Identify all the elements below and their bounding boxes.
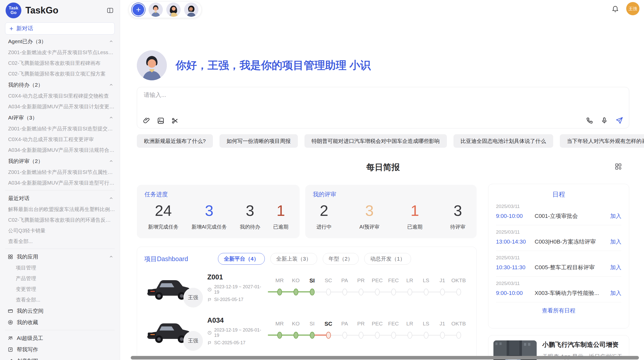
chat-input[interactable] bbox=[143, 91, 623, 99]
project-row[interactable]: 王强 A034 2023-12-19 ~ 2026-01-19 SC-2025-… bbox=[144, 311, 469, 351]
sidebar-item-help-me-write[interactable]: 帮我写作 bbox=[0, 344, 120, 355]
milestone-label: LS bbox=[418, 277, 434, 284]
milestone-label: FEC bbox=[385, 277, 402, 284]
recent-chat-item[interactable]: 解释最新出台的欧盟报废车法规再生塑料比例被调至15%... bbox=[0, 204, 120, 215]
member-avatar[interactable] bbox=[166, 3, 181, 17]
suggestion-chip[interactable]: 欧洲新规最近颁布了什么? bbox=[137, 134, 213, 148]
join-button[interactable]: 加入 bbox=[610, 212, 621, 220]
sidebar-item-ai-super-staff[interactable]: AI超级员工 bbox=[0, 332, 120, 344]
app-view-all[interactable]: 查看全部... bbox=[0, 294, 120, 305]
section-my-review[interactable]: 我的评审（2） bbox=[0, 155, 120, 167]
app-item[interactable]: 变更管理 bbox=[0, 284, 120, 294]
milestone-dot bbox=[440, 289, 445, 295]
project-owner-badge: 王强 bbox=[183, 288, 203, 307]
suggestion-chip[interactable]: 特朗普可能对进口汽车增税会对中国车企造成哪些影响 bbox=[304, 134, 447, 148]
cloud-icon bbox=[8, 308, 13, 314]
layout-grid-icon[interactable] bbox=[614, 163, 622, 170]
view-all-schedule-link[interactable]: 查看所有日程 bbox=[496, 307, 621, 314]
dashboard-header: 项目Dashboard 全新平台（4） 全新上装（3） 年型（2） 动总开发（1… bbox=[144, 253, 469, 265]
milestone-dot bbox=[375, 332, 380, 339]
recent-chat-view-all[interactable]: 查看全部... bbox=[0, 236, 120, 247]
join-button[interactable]: 加入 bbox=[610, 264, 621, 271]
sidebar-item-favorites[interactable]: 我的收藏 bbox=[0, 317, 120, 328]
stat-value: 1 bbox=[411, 202, 419, 219]
scissors-icon[interactable] bbox=[171, 117, 179, 125]
sidebar-item[interactable]: Z001-全新燃油轻卡产品开发项目SI节点属性5D文件评审 bbox=[0, 167, 120, 177]
section-title: Agent已办（3） bbox=[8, 38, 47, 45]
project-row[interactable]: 王强 Z001 2023-12-19 ~ 2027-01-19 SI-2025-… bbox=[144, 268, 469, 308]
paperclip-icon[interactable] bbox=[143, 117, 150, 125]
milestone-dot bbox=[375, 289, 380, 295]
sidebar-item[interactable]: Z001-全新燃油轻卡产品开发项目SI造型提交物评审 bbox=[0, 123, 120, 134]
sidebar-item[interactable]: Z001-全新燃油皮卡产品开发项目SI节点Lesson Learn报告 bbox=[0, 47, 120, 58]
project-image: 王强 bbox=[144, 318, 193, 344]
filter-chip[interactable]: 年型（2） bbox=[323, 253, 359, 265]
send-icon[interactable] bbox=[615, 116, 623, 125]
app-item[interactable]: 项目管理 bbox=[0, 262, 120, 273]
milestone-dot-done bbox=[310, 289, 315, 295]
member-avatar[interactable] bbox=[149, 3, 163, 17]
member-avatar[interactable] bbox=[184, 3, 198, 17]
user-avatar[interactable]: 王强 bbox=[626, 2, 639, 15]
section-recent-chats[interactable]: 最近对话 bbox=[0, 192, 120, 204]
sidebar-item-cloud-space[interactable]: 我的云空间 bbox=[0, 305, 120, 317]
help-me-write-label: 帮我写作 bbox=[17, 346, 38, 353]
milestone-dot-done bbox=[294, 332, 298, 339]
milestone-dot bbox=[359, 289, 363, 295]
sidebar-item[interactable]: A034-全新新能源MUV产品开发项目造型可行性评审 bbox=[0, 177, 120, 188]
stat-value: 1 bbox=[276, 202, 285, 219]
write-icon bbox=[8, 347, 13, 352]
milestone-dot bbox=[424, 332, 429, 339]
project-image: 王强 bbox=[144, 275, 193, 301]
section-my-todo[interactable]: 我的待办（2） bbox=[0, 79, 120, 91]
milestone-dots bbox=[271, 287, 467, 298]
section-agent-done[interactable]: Agent已办（3） bbox=[0, 36, 120, 47]
recent-chat-item[interactable]: C02-飞腾新能源轻客改款项目的闭环通告反馈情况 bbox=[0, 215, 120, 225]
app-item[interactable]: 产品管理 bbox=[0, 273, 120, 284]
bell-icon[interactable] bbox=[611, 5, 619, 12]
add-assistant-button[interactable]: + bbox=[132, 3, 145, 16]
chevron-up-icon bbox=[109, 255, 113, 259]
stat-value: 3 bbox=[365, 202, 374, 219]
suggestion-chip[interactable]: 比亚迪全固态电池计划具体说了什么 bbox=[453, 134, 553, 148]
schedule-title: 日程 bbox=[496, 190, 621, 199]
suggestion-chip[interactable]: 如何写一份清晰的项目周报 bbox=[219, 134, 298, 148]
stat: 3 新增AI完成任务 bbox=[192, 202, 227, 230]
project-owner-badge: 王强 bbox=[183, 331, 203, 350]
sidebar-item[interactable]: C02-飞腾新能源轻客改款项目里程碑画布 bbox=[0, 58, 120, 68]
join-button[interactable]: 加入 bbox=[610, 289, 621, 297]
suggestion-chip[interactable]: 当下年轻人对汽车外观有怎样的喜好趋势 bbox=[560, 134, 644, 148]
sidebar-item[interactable]: A034-全新新能源MUV产品开发项目计划变更表编写 bbox=[0, 101, 120, 112]
sidebar-item[interactable]: C0X4-动力总成开发项目工程变更评审 bbox=[0, 134, 120, 145]
sidebar-item[interactable]: C02-飞腾新能源轻客改款项目立项汇报方案 bbox=[0, 68, 120, 79]
new-chat-button[interactable]: + 新对话 bbox=[5, 22, 115, 35]
schedule-item: 2025/03/11 10:30-11:30 C005-整车工程目标评审 加入 bbox=[496, 251, 621, 277]
filter-chip[interactable]: 全新平台（4） bbox=[218, 253, 265, 265]
sidebar-item[interactable]: C0X4-动力总成开发项目SI里程碑提交物检查 bbox=[0, 91, 120, 101]
section-my-apps[interactable]: 我的应用 bbox=[0, 251, 120, 262]
filter-chip[interactable]: 全新上装（3） bbox=[270, 253, 317, 265]
collapse-sidebar-button[interactable] bbox=[106, 6, 115, 15]
horizontal-scrollbar[interactable] bbox=[131, 356, 639, 359]
image-icon[interactable] bbox=[157, 117, 165, 125]
milestone-dot-done bbox=[310, 332, 315, 339]
recent-chat-item[interactable]: 公司Q3轻卡销量 bbox=[0, 225, 120, 236]
milestone-dot bbox=[424, 289, 429, 295]
card-title: 任务进度 bbox=[144, 190, 292, 198]
sidebar-item-creative-drawing[interactable]: 创意制图 bbox=[0, 355, 120, 360]
milestone-label: KO bbox=[288, 277, 304, 284]
join-button[interactable]: 加入 bbox=[610, 238, 621, 246]
project-code: A034 bbox=[207, 317, 265, 324]
stat: 24 新增完成任务 bbox=[148, 202, 179, 230]
milestone-label: KO bbox=[288, 321, 304, 327]
phone-icon[interactable] bbox=[586, 117, 593, 124]
sidebar-item[interactable]: A034-全新新能源MUV产品开发项目法规符合性评审 bbox=[0, 145, 120, 155]
milestone-dot bbox=[456, 332, 461, 339]
section-ai-review[interactable]: AI评审（3） bbox=[0, 112, 120, 123]
project-dates-text: 2023-12-19 ~ 2026-01-19 bbox=[214, 327, 265, 338]
mic-icon[interactable] bbox=[601, 117, 608, 124]
filter-chip[interactable]: 动总开发（1） bbox=[364, 253, 411, 265]
milestone-label-current: SI bbox=[304, 277, 320, 284]
schedule-item: 2025/03/11 9:00-10:00 C001-立项审批会 加入 bbox=[496, 200, 621, 225]
chevron-up-icon bbox=[109, 196, 113, 200]
